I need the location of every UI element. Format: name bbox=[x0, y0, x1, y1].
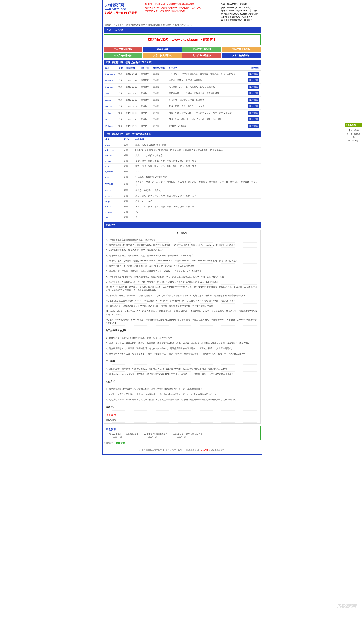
cell-remark: 老域，短域，优质，要久久，一久久等 bbox=[168, 103, 245, 110]
ad-slot[interactable]: 文字广告火爆招租 bbox=[222, 53, 261, 58]
section-unsold-title: 未售出域名列表（信息已更新至2022.9.30） bbox=[104, 59, 261, 65]
contact-note2: 国内注册商需要实名，实名后可用 bbox=[221, 15, 259, 19]
domain-link[interactable]: jianjue.vip bbox=[105, 79, 114, 81]
col-remark: 备注说明 bbox=[168, 65, 245, 71]
logo-domain: WWW.DKEWL.COM bbox=[105, 8, 143, 11]
chat-qq-button[interactable]: 🐧 QQ交谈 bbox=[346, 129, 361, 132]
table-row: tnnt.cc正常好记域名，特技奶糖，特涂事快喔 bbox=[104, 174, 261, 180]
buy-button[interactable]: 限时优惠 bbox=[248, 117, 259, 121]
ad-slot[interactable]: 文字广告火爆招租 bbox=[182, 53, 221, 58]
nav-contact[interactable]: 联系我们 bbox=[113, 28, 126, 32]
cell-remark: 好记域名，极好看，忘掉爱，抗拒爱等 bbox=[168, 97, 245, 103]
domain-link[interactable]: wwwc.cc bbox=[105, 182, 113, 185]
domain-link[interactable]: tnnt.cc bbox=[105, 176, 111, 178]
domain-link[interactable]: heal.cc bbox=[105, 112, 112, 114]
table-row: azjs.pw过期流批！！！安卓技术，有收录 bbox=[104, 153, 261, 158]
domain-link[interactable]: dkewl.cn bbox=[105, 86, 113, 88]
buy-button[interactable]: 限时优惠 bbox=[248, 104, 259, 108]
sub-note: 域名是一种无形资产，好域名比CEO更重要 精明的您也许比我更能掌握一个好域名的实… bbox=[104, 23, 261, 27]
domain-link[interactable]: zzt.ink bbox=[105, 99, 111, 101]
domain-link[interactable]: 199.pw bbox=[105, 105, 112, 107]
cell-expire: 2023-02-02 bbox=[125, 103, 140, 110]
chat-widget: ● 在线客服 🐧 QQ交谈 扫一扫 微信联系 收到对要求 bbox=[345, 123, 362, 144]
cell-block: 无拦截 bbox=[152, 90, 168, 97]
ad-slot[interactable]: 文字广告火爆招租 bbox=[104, 53, 142, 58]
buy-button[interactable]: 限时优惠 bbox=[248, 85, 259, 89]
domain-link[interactable]: oyamf.cn bbox=[105, 171, 113, 173]
table-row: scjfd.com正常0年老域，四川聚缘达，四川金福德，四川金福地，四川金丰达网… bbox=[104, 148, 261, 153]
cell-remark: 人人热搜，人人日报，结构新巧，好记，主流域名 bbox=[168, 84, 245, 90]
col-remark: 备注说明 bbox=[134, 137, 261, 142]
chat-back[interactable]: 收到对要求 bbox=[346, 139, 361, 142]
rule-item: 5、域名均未被360 QQ拦截，可通过http://webscan.360.cn… bbox=[106, 258, 258, 263]
domain-link[interactable]: mida.cc bbox=[105, 165, 112, 167]
news-item[interactable]: 网站换域名，哪些方需合操作！2022-4-26 bbox=[173, 433, 203, 438]
other-link[interactable]: 刀 客 源 码 网 bbox=[106, 414, 119, 416]
cell-price: 议价 bbox=[117, 116, 125, 123]
domain-link[interactable]: scjfd.com bbox=[105, 149, 114, 151]
cell-block: 无拦截 bbox=[152, 110, 168, 116]
table-row: jianjue.vip议价2024-03-22西部数码无拦截漂亮屋，评论屋，珠练… bbox=[104, 77, 261, 84]
buy-button[interactable]: 限时优惠 bbox=[248, 98, 259, 102]
cell-remark: 个爱，歌爱，歌爱，哥伐，各餐，阁餐，阿餐，鸽艾，戈艾，戈艾 bbox=[134, 158, 261, 164]
rule-item: 4、请与出售域名域名，请改用于合法站点。否则结果自负！擅自用作非法建议网站与本站… bbox=[106, 253, 258, 259]
cell-status: 正常 bbox=[123, 169, 134, 174]
cell-remark: 无 bbox=[134, 215, 261, 220]
domain-link[interactable]: nntn.net bbox=[105, 211, 113, 213]
rule-item: 8、本站在售域名均为老域名，对于关键词排名，历史外链记录，外网，流量，星级被K封… bbox=[106, 274, 258, 280]
ad-slot[interactable]: 文字广告火爆招租 bbox=[222, 47, 261, 52]
rule-item: 14、godaddy域名，域名修改WHOIS，不保订会到转出，仅量仅量转出，道普… bbox=[106, 309, 258, 317]
cell-price: 议价 bbox=[117, 84, 125, 90]
table-row: cyjwl.cn议价2023-02-15聚名网无拦截攀云桥网络，创业老网络，频软… bbox=[104, 90, 261, 97]
chat-head: ● 在线客服 bbox=[345, 123, 362, 127]
ad-slot[interactable]: 文字广告火爆招租 bbox=[143, 53, 182, 58]
nav-home[interactable]: 首页 bbox=[104, 28, 113, 32]
domain-link[interactable]: ysup.cn bbox=[105, 189, 112, 192]
domain-link[interactable]: dkewl.com bbox=[105, 73, 115, 75]
cell-price: 议价 bbox=[117, 90, 125, 97]
cell-registrar: 聚名网 bbox=[140, 103, 152, 110]
rules-head: 交易说明 bbox=[104, 222, 261, 228]
cell-status: 正常 bbox=[123, 215, 134, 220]
rules-pay-title: 支付方式： bbox=[106, 378, 258, 385]
cell-remark: 无为文星，武威文星，往往无成，旺旺网城，无为伟成，伟屋星时，万舞蹈道，莫王亮闻，… bbox=[134, 180, 261, 188]
table-row: 64dl.com议价2023-04-22聚名网无拦截4位com，64下载等限时优… bbox=[104, 123, 261, 129]
domain-link[interactable]: slh.cc bbox=[105, 118, 110, 121]
contact-qq: Q Q：123456789（常在线） bbox=[221, 3, 259, 6]
other-domain: dkewl.com bbox=[106, 417, 258, 423]
buy-button[interactable]: 限时优惠 bbox=[248, 124, 259, 128]
rule-item: 2、本站所有域名均可自由过户，买家拥有所有权。国内注册商均可转出，西部数码秒转出… bbox=[106, 242, 258, 248]
cell-remark: 0年老域，四川聚缘达，四川金福德，四川金福地，四川金丰达网，常场九分店，四川金福… bbox=[134, 148, 261, 153]
rule-item: 3、本站法律顾问多称，所以价格比较便宜，请买家放心选购！ bbox=[106, 248, 258, 253]
domain-link[interactable]: cyjwl.cn bbox=[105, 92, 112, 95]
buy-button[interactable]: 限时优惠 bbox=[248, 91, 259, 95]
news-item[interactable]: 教你如何选择一个合适的域名？2022-4-26 bbox=[109, 433, 139, 438]
notice-registrar: 注 册 商：阿里云/godaddy/西部数码/爱名网/新网等等 bbox=[145, 3, 219, 6]
cell-block: 无拦截 bbox=[152, 97, 168, 103]
news-item[interactable]: 如何正常选择新老域名？2022-4-26 bbox=[144, 433, 167, 438]
cell-block: 无拦截 bbox=[152, 71, 168, 77]
domain-link[interactable]: suhe.cc bbox=[105, 195, 112, 197]
table-row: nntn.net正常无 bbox=[104, 209, 261, 215]
domain-link[interactable]: geai.cc bbox=[105, 160, 112, 162]
domain-link[interactable]: 6e.gs bbox=[105, 200, 110, 203]
ad-slot[interactable]: 文字广告火爆招租 bbox=[104, 47, 142, 52]
table-row: zzt.ink议价2023-05-29西部数码无拦截好记域名，极好看，忘掉爱，抗… bbox=[104, 97, 261, 103]
domain-link[interactable]: azjs.pw bbox=[105, 155, 112, 157]
cell-remark: 流批！！！安卓技术，有收录 bbox=[134, 153, 261, 158]
rules-collect-title: 关于兼做域名的说明： bbox=[106, 327, 258, 334]
friend-link[interactable]: 刀客源码 bbox=[116, 442, 125, 445]
domain-link[interactable]: c7e.cn bbox=[105, 144, 111, 146]
domain-link[interactable]: 64dl.com bbox=[105, 125, 113, 127]
domain-link[interactable]: xuli.cc bbox=[105, 206, 111, 208]
buy-button[interactable]: 限时优惠 bbox=[248, 72, 259, 76]
buy-button[interactable]: 限时优惠 bbox=[248, 78, 259, 82]
cell-status: 正常 bbox=[123, 193, 134, 199]
table-row: ysup.cn正常有收录，好记域名，无拦截 bbox=[104, 188, 261, 193]
domain-link[interactable]: 0k7.cn bbox=[105, 216, 111, 219]
buy-button[interactable]: 限时优惠 bbox=[248, 111, 259, 115]
ad-slot[interactable]: 文字广告火爆招租 bbox=[182, 47, 221, 52]
cell-remark: ？？？？ bbox=[134, 169, 261, 174]
table-row: xuli.cc正常蓄力，休立，徐利，徐力，绪丽，序丽，旭霾，须力，须丽，叙利 bbox=[104, 204, 261, 209]
ad-slot[interactable]: 刀客源码网 bbox=[143, 47, 182, 52]
